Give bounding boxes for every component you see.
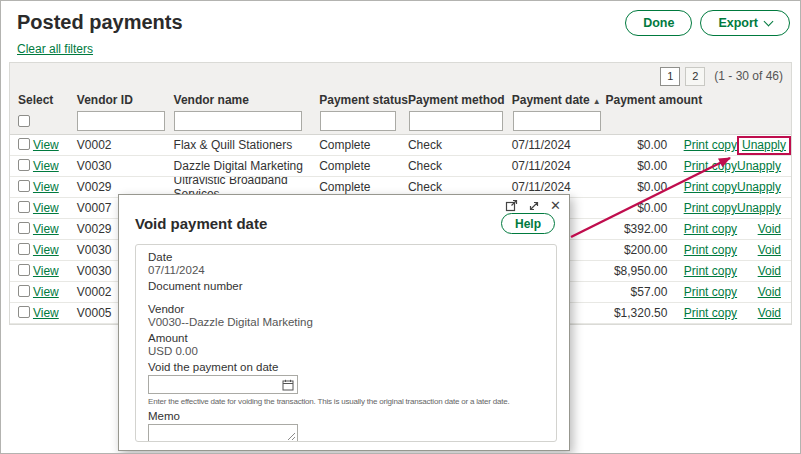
view-link[interactable]: View (33, 306, 59, 320)
page-1-button[interactable]: 1 (660, 67, 680, 86)
void-link[interactable]: Void (758, 243, 781, 257)
unapply-link[interactable]: Unapply (737, 201, 781, 215)
row-checkbox[interactable] (18, 306, 30, 318)
payment-date-cell: 07/11/2024 (512, 138, 606, 152)
table-row: View V0002 Flax & Quill Stationers Compl… (10, 135, 791, 156)
payment-amount-cell: $57.00 (605, 285, 667, 299)
void-date-label: Void the payment on date (148, 361, 544, 373)
payment-amount-cell: $0.00 (605, 159, 667, 173)
view-link[interactable]: View (33, 264, 59, 278)
print-copy-link[interactable]: Print copy (684, 243, 737, 257)
unapply-link[interactable]: Unapply (742, 138, 786, 152)
view-link[interactable]: View (33, 180, 59, 194)
clear-all-filters-link[interactable]: Clear all filters (17, 42, 93, 56)
column-headers: Select Vendor ID Vendor name Payment sta… (10, 89, 791, 107)
pagination-range: (1 - 30 of 46) (714, 69, 783, 83)
payment-date-cell: 07/11/2024 (512, 159, 606, 173)
payment-date-filter-input[interactable] (513, 111, 601, 131)
memo-field (148, 424, 298, 442)
payment-amount-cell: $392.00 (605, 222, 667, 236)
posted-payments-page: Posted payments Done Export Clear all fi… (0, 0, 801, 454)
memo-textarea[interactable] (148, 424, 298, 442)
document-number-value (148, 293, 544, 299)
unapply-link[interactable]: Unapply (737, 159, 781, 173)
date-value: 07/11/2024 (148, 264, 544, 276)
column-header-vendor-name: Vendor name (174, 93, 320, 107)
vendor-id-cell: V0002 (77, 138, 174, 152)
payment-amount-cell: $1,320.50 (605, 306, 667, 320)
view-link[interactable]: View (33, 222, 59, 236)
void-date-input[interactable] (152, 378, 282, 392)
print-copy-link[interactable]: Print copy (684, 306, 737, 320)
print-copy-link[interactable]: Print copy (684, 180, 737, 194)
row-checkbox[interactable] (18, 285, 30, 297)
table-row: View V0030 Dazzle Digital Marketing Comp… (10, 156, 791, 177)
row-checkbox[interactable] (18, 159, 30, 171)
help-button[interactable]: Help (501, 213, 555, 234)
view-link[interactable]: View (33, 159, 59, 173)
print-copy-link[interactable]: Print copy (684, 201, 737, 215)
void-link[interactable]: Void (758, 306, 781, 320)
void-payment-date-dialog: ✕ Void payment date Help Date 07/11/2024… (118, 194, 570, 451)
payment-method-cell: Check (408, 180, 512, 194)
export-button[interactable]: Export (700, 10, 790, 36)
print-copy-link[interactable]: Print copy (684, 222, 737, 236)
row-checkbox[interactable] (18, 180, 30, 192)
dialog-title: Void payment date (135, 215, 267, 232)
print-copy-link[interactable]: Print copy (684, 138, 737, 152)
select-all-checkbox[interactable] (18, 115, 30, 127)
row-checkbox[interactable] (18, 243, 30, 255)
calendar-icon[interactable] (282, 379, 294, 391)
print-copy-link[interactable]: Print copy (684, 264, 737, 278)
payment-status-cell: Complete (319, 180, 408, 194)
view-link[interactable]: View (33, 243, 59, 257)
memo-label: Memo (148, 410, 544, 422)
page-2-button[interactable]: 2 (685, 67, 705, 86)
row-checkbox[interactable] (18, 222, 30, 234)
dialog-header: Void payment date Help (119, 195, 569, 234)
void-date-help-text: Enter the effective date for voiding the… (148, 397, 544, 406)
vendor-id-cell: V0029 (77, 180, 174, 194)
unapply-link[interactable]: Unapply (737, 180, 781, 194)
row-checkbox[interactable] (18, 264, 30, 276)
amount-value: USD 0.00 (148, 345, 544, 357)
payment-method-filter-input[interactable] (409, 111, 503, 131)
close-icon[interactable]: ✕ (550, 199, 561, 212)
vendor-label: Vendor (148, 303, 544, 315)
column-header-payment-date[interactable]: Payment date▲ (512, 93, 606, 107)
void-link[interactable]: Void (758, 285, 781, 299)
payment-status-filter-input[interactable] (320, 111, 396, 131)
vendor-value: V0030--Dazzle Digital Marketing (148, 316, 544, 328)
vendor-id-filter-input[interactable] (77, 111, 165, 131)
void-date-field (148, 375, 298, 394)
vendor-name-filter-input[interactable] (174, 111, 302, 131)
view-link[interactable]: View (33, 138, 59, 152)
payment-amount-cell: $200.00 (605, 243, 667, 257)
void-link[interactable]: Void (758, 264, 781, 278)
print-copy-link[interactable]: Print copy (684, 159, 737, 173)
dialog-window-controls: ✕ (505, 199, 561, 212)
pagination: 1 2 (1 - 30 of 46) (10, 63, 791, 89)
print-copy-link[interactable]: Print copy (684, 285, 737, 299)
done-button[interactable]: Done (625, 10, 692, 36)
payment-amount-cell: $0.00 (605, 201, 667, 215)
vendor-name-cell: Flax & Quill Stationers (174, 138, 320, 152)
row-checkbox[interactable] (18, 138, 30, 150)
view-link[interactable]: View (33, 201, 59, 215)
chevron-down-icon (764, 16, 774, 26)
amount-label: Amount (148, 332, 544, 344)
vendor-name-cell: Dazzle Digital Marketing (174, 159, 320, 173)
maximize-icon[interactable] (528, 200, 540, 212)
view-link[interactable]: View (33, 285, 59, 299)
payment-method-cell: Check (408, 159, 512, 173)
filter-row (10, 107, 791, 134)
payment-amount-cell: $8,950.00 (605, 264, 667, 278)
document-number-label: Document number (148, 280, 544, 292)
row-checkbox[interactable] (18, 201, 30, 213)
dialog-body: Date 07/11/2024 Document number Vendor V… (135, 244, 557, 442)
column-header-payment-method: Payment method (408, 93, 512, 107)
payment-amount-cell: $0.00 (605, 180, 667, 194)
void-link[interactable]: Void (758, 222, 781, 236)
popout-icon[interactable] (505, 199, 518, 212)
vendor-id-cell: V0030 (77, 159, 174, 173)
